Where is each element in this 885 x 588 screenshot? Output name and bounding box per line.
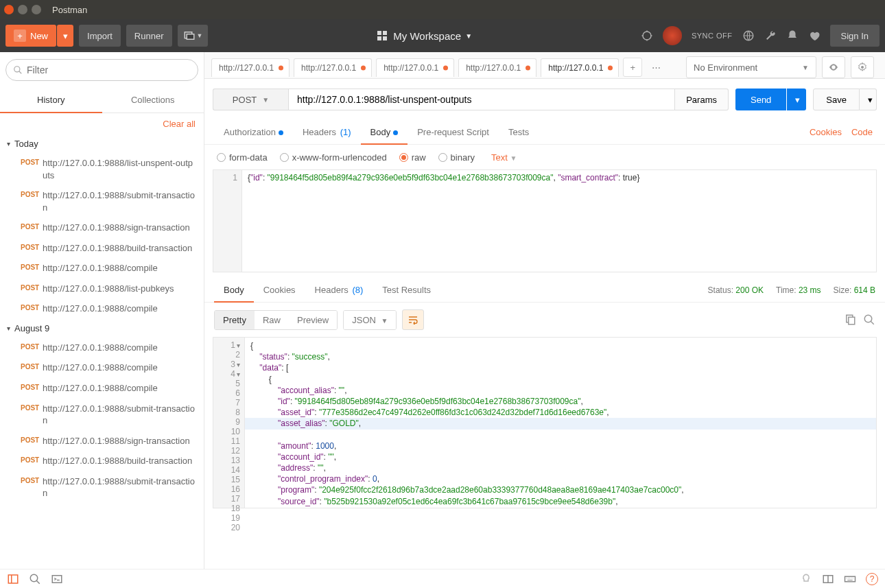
window-maximize-button[interactable] xyxy=(32,5,41,14)
window-minimize-button[interactable] xyxy=(18,5,27,14)
svg-line-14 xyxy=(871,321,874,325)
status-value: 200 OK xyxy=(735,285,764,295)
send-dropdown-button[interactable]: ▾ xyxy=(787,89,806,110)
plus-icon: + xyxy=(14,30,26,42)
view-preview[interactable]: Preview xyxy=(289,311,337,329)
history-item[interactable]: POSThttp://127.0.0.1:9888/compile xyxy=(0,338,204,358)
bodytype-format-select[interactable]: Text ▼ xyxy=(491,152,517,163)
window-close-button[interactable] xyxy=(4,5,14,14)
history-item[interactable]: POSThttp://127.0.0.1:9888/compile xyxy=(0,378,204,399)
svg-rect-22 xyxy=(845,576,856,582)
history-item[interactable]: POSThttp://127.0.0.1:9888/compile xyxy=(0,357,204,378)
filter-input-wrapper[interactable] xyxy=(5,59,198,81)
environment-select[interactable]: No Environment ▼ xyxy=(686,56,816,78)
wrap-lines-button[interactable] xyxy=(402,309,424,330)
resp-tab-body[interactable]: Body xyxy=(214,278,254,302)
new-window-button[interactable]: ▼ xyxy=(178,25,209,47)
signin-button[interactable]: Sign In xyxy=(830,25,880,47)
workspace-selector[interactable]: My Workspace ▼ xyxy=(208,30,640,42)
two-pane-icon[interactable] xyxy=(822,573,834,585)
resp-tab-tests[interactable]: Test Results xyxy=(373,278,440,302)
tab-overflow-button[interactable]: ⋯ xyxy=(646,58,665,77)
history-url: http://127.0.0.1:9888/compile xyxy=(43,382,158,395)
history-group-header[interactable]: August 9 xyxy=(0,319,204,338)
console-icon[interactable] xyxy=(51,573,63,585)
unsaved-dot-icon xyxy=(526,65,530,70)
history-item[interactable]: POSThttp://127.0.0.1:9888/build-transact… xyxy=(0,238,204,259)
view-raw[interactable]: Raw xyxy=(255,311,289,329)
app-toolbar: + New ▾ Import Runner ▼ My Workspace ▼ S… xyxy=(0,19,885,52)
wrench-icon[interactable] xyxy=(764,30,777,42)
history-method: POST xyxy=(21,435,43,447)
env-settings-button[interactable] xyxy=(851,56,874,78)
history-item[interactable]: POSThttp://127.0.0.1:9888/sign-transacti… xyxy=(0,217,204,238)
bulb-icon[interactable] xyxy=(800,573,812,585)
cookies-link[interactable]: Cookies xyxy=(810,127,842,137)
history-item[interactable]: POSThttp://127.0.0.1:9888/compile xyxy=(0,258,204,279)
resp-tab-cookies[interactable]: Cookies xyxy=(254,278,305,302)
view-pretty[interactable]: Pretty xyxy=(215,311,255,329)
request-body-editor[interactable]: 1 {"id": "9918464f5d805eb89f4a279c936e0e… xyxy=(213,169,877,272)
user-avatar[interactable] xyxy=(663,26,682,45)
code-link[interactable]: Code xyxy=(851,127,873,137)
bodytype-raw[interactable]: raw xyxy=(399,152,426,163)
history-method: POST xyxy=(21,475,43,499)
heart-icon[interactable] xyxy=(808,30,821,42)
chevron-down-icon: ▼ xyxy=(510,154,517,162)
capture-icon[interactable] xyxy=(641,30,653,42)
chevron-down-icon: ▼ xyxy=(262,96,269,104)
response-format-select[interactable]: JSON ▼ xyxy=(343,310,397,330)
request-tab[interactable]: http://127.0.0.1 xyxy=(211,58,290,77)
request-tab[interactable]: http://127.0.0.1 xyxy=(541,58,619,77)
new-button[interactable]: + New xyxy=(5,25,56,47)
bodytype-xform[interactable]: x-www-form-urlencoded xyxy=(280,152,387,163)
globe-icon[interactable] xyxy=(742,30,755,42)
method-select[interactable]: POST ▼ xyxy=(213,89,288,110)
subtab-headers[interactable]: Headers (1) xyxy=(293,120,361,144)
sidebar-toggle-icon[interactable] xyxy=(7,573,19,585)
bodytype-binary[interactable]: binary xyxy=(438,152,475,163)
tab-history[interactable]: History xyxy=(0,88,102,113)
params-button[interactable]: Params xyxy=(675,89,729,110)
import-button[interactable]: Import xyxy=(79,25,121,47)
history-url: http://127.0.0.1:9888/compile xyxy=(43,303,158,315)
bodytype-formdata[interactable]: form-data xyxy=(217,152,268,163)
history-item[interactable]: POSThttp://127.0.0.1:9888/list-unspent-o… xyxy=(0,153,204,185)
search-icon[interactable] xyxy=(863,314,875,326)
wrap-icon xyxy=(408,315,418,325)
find-icon[interactable] xyxy=(29,573,41,585)
subtab-body[interactable]: Body xyxy=(361,120,408,144)
history-item[interactable]: POSThttp://127.0.0.1:9888/sign-transacti… xyxy=(0,431,204,451)
bell-icon[interactable] xyxy=(786,30,799,42)
history-item[interactable]: POSThttp://127.0.0.1:9888/compile xyxy=(0,298,204,319)
history-item[interactable]: POSThttp://127.0.0.1:9888/submit-transac… xyxy=(0,471,204,504)
save-button[interactable]: Save xyxy=(813,89,860,110)
request-tab[interactable]: http://127.0.0.1 xyxy=(376,58,454,77)
add-tab-button[interactable]: + xyxy=(623,58,642,77)
history-group-header[interactable]: Today xyxy=(0,134,204,153)
history-item[interactable]: POSThttp://127.0.0.1:9888/submit-transac… xyxy=(0,399,204,431)
tab-collections[interactable]: Collections xyxy=(102,88,204,113)
save-dropdown-button[interactable]: ▾ xyxy=(860,89,877,110)
subtab-tests[interactable]: Tests xyxy=(499,120,539,144)
env-quicklook-button[interactable] xyxy=(822,56,845,78)
history-item[interactable]: POSThttp://127.0.0.1:9888/submit-transac… xyxy=(0,185,204,217)
resp-tab-headers[interactable]: Headers (8) xyxy=(305,278,373,302)
send-button[interactable]: Send xyxy=(735,89,786,110)
subtab-authorization[interactable]: Authorization xyxy=(214,120,293,144)
copy-icon[interactable] xyxy=(844,314,856,326)
keyboard-icon[interactable] xyxy=(844,573,856,585)
new-dropdown-button[interactable]: ▾ xyxy=(57,25,73,47)
subtab-prerequest[interactable]: Pre-request Script xyxy=(408,120,499,144)
history-item[interactable]: POSThttp://127.0.0.1:9888/list-pubkeys xyxy=(0,279,204,299)
help-icon[interactable]: ? xyxy=(866,573,878,585)
request-tab[interactable]: http://127.0.0.1 xyxy=(294,58,372,77)
runner-button[interactable]: Runner xyxy=(126,25,172,47)
request-tab[interactable]: http://127.0.0.1 xyxy=(458,58,536,77)
chevron-down-icon: ▼ xyxy=(802,64,809,71)
history-item[interactable]: POSThttp://127.0.0.1:9888/build-transact… xyxy=(0,451,204,471)
response-body-editor[interactable]: 1▾23▾4▾567891011121314151617181920 { "st… xyxy=(213,337,877,508)
clear-all-link[interactable]: Clear all xyxy=(0,113,204,134)
filter-input[interactable] xyxy=(27,64,191,75)
url-input[interactable] xyxy=(288,89,675,110)
